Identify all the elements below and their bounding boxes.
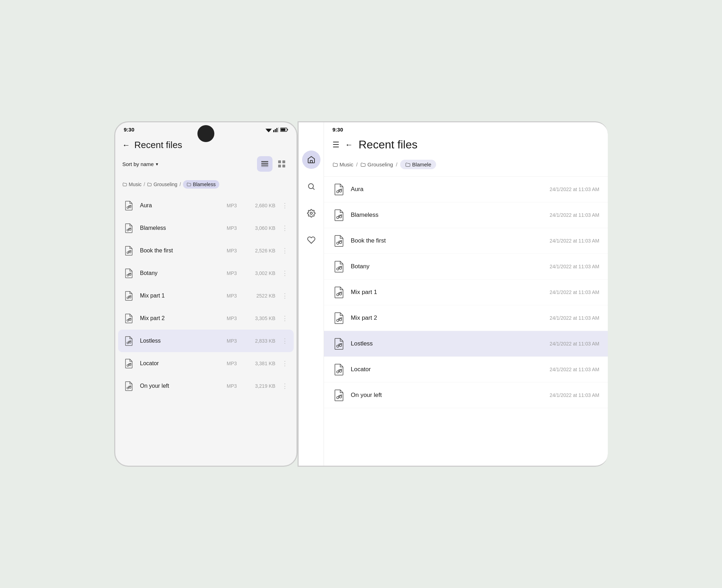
tablet-file-row[interactable]: Mix part 1 24/1/2022 at 11:03 AM	[324, 280, 608, 305]
more-options-button[interactable]: ⋮	[280, 247, 289, 255]
tablet-breadcrumb-item[interactable]: Blamele	[400, 160, 436, 169]
svg-point-25	[127, 297, 129, 299]
phone-breadcrumb: Music/ Grouseling/ Blameless	[115, 177, 296, 194]
file-name: Blameless	[140, 225, 222, 231]
svg-point-53	[337, 371, 339, 373]
file-type: MP3	[227, 248, 242, 253]
phone-page-title: Recent files	[134, 140, 182, 151]
file-icon	[122, 380, 135, 392]
sidebar-item-settings[interactable]	[302, 204, 320, 222]
more-options-button[interactable]: ⋮	[280, 382, 289, 390]
tablet-file-row[interactable]: Botany 24/1/2022 at 11:03 AM	[324, 254, 608, 280]
file-row[interactable]: Mix part 2 MP3 3,305 KB ⋮	[118, 307, 294, 330]
file-row[interactable]: On your left MP3 3,219 KB ⋮	[118, 375, 294, 397]
tablet-file-name: Locator	[351, 366, 544, 373]
tablet-file-row[interactable]: Blameless 24/1/2022 at 11:03 AM	[324, 202, 608, 228]
more-options-button[interactable]: ⋮	[280, 202, 289, 209]
more-options-button[interactable]: ⋮	[280, 314, 289, 322]
sidebar-item-search[interactable]	[302, 177, 320, 196]
svg-line-37	[313, 188, 314, 190]
signal-icon	[273, 127, 279, 132]
more-options-button[interactable]: ⋮	[280, 224, 289, 232]
tablet-file-row[interactable]: Aura 24/1/2022 at 11:03 AM	[324, 177, 608, 202]
file-row[interactable]: Aura MP3 2,680 KB ⋮	[118, 194, 294, 217]
tablet-file-icon	[332, 209, 345, 221]
file-name: Aura	[140, 202, 222, 209]
tablet-breadcrumb-item[interactable]: Grouseling	[360, 161, 393, 167]
svg-point-33	[127, 387, 129, 389]
list-view-button[interactable]	[257, 156, 273, 172]
svg-rect-11	[261, 165, 268, 166]
file-type: MP3	[227, 361, 242, 366]
tablet-file-row[interactable]: Lostless 24/1/2022 at 11:03 AM	[324, 331, 608, 357]
sort-by-label: Sort by name	[122, 161, 154, 167]
svg-rect-8	[287, 129, 288, 130]
svg-point-24	[129, 274, 131, 276]
view-toggle	[257, 156, 289, 172]
file-name: Book the first	[140, 247, 222, 254]
sidebar-item-favorites[interactable]	[302, 231, 320, 249]
tablet-file-icon	[332, 234, 345, 247]
more-options-button[interactable]: ⋮	[280, 337, 289, 345]
file-size: 2522 KB	[247, 293, 275, 299]
svg-rect-14	[282, 160, 285, 163]
file-size: 3,060 KB	[247, 225, 275, 231]
sort-by-button[interactable]: Sort by name ▾	[122, 161, 158, 167]
svg-point-32	[129, 364, 131, 366]
heart-icon	[307, 236, 316, 244]
sidebar-item-home[interactable]	[302, 151, 320, 169]
tablet-file-date: 24/1/2022 at 11:03 AM	[550, 367, 599, 372]
file-row[interactable]: Blameless MP3 3,060 KB ⋮	[118, 217, 294, 239]
file-icon	[122, 357, 135, 370]
phone-breadcrumb-item[interactable]: Music	[122, 182, 142, 187]
tablet-file-row[interactable]: Locator 24/1/2022 at 11:03 AM	[324, 357, 608, 382]
file-size: 3,002 KB	[247, 270, 275, 276]
file-icon	[122, 199, 135, 212]
tablet-file-name: Lostless	[351, 340, 544, 347]
grid-icon	[278, 160, 285, 167]
svg-rect-16	[282, 165, 285, 167]
svg-point-39	[337, 191, 339, 193]
svg-rect-9	[261, 161, 268, 162]
phone-file-list: Aura MP3 2,680 KB ⋮ Blameless MP3 3,060 …	[115, 194, 296, 397]
tablet-file-name: Mix part 2	[351, 314, 544, 321]
file-row[interactable]: Mix part 1 MP3 2522 KB ⋮	[118, 284, 294, 307]
tablet-file-date: 24/1/2022 at 11:03 AM	[550, 238, 599, 244]
file-row[interactable]: Book the first MP3 2,526 KB ⋮	[118, 239, 294, 262]
more-options-button[interactable]: ⋮	[280, 269, 289, 277]
tablet-main: 9:30 ☰ ← Recent files Music/ Grouseling/…	[324, 122, 608, 466]
tablet-file-row[interactable]: Mix part 2 24/1/2022 at 11:03 AM	[324, 305, 608, 331]
file-name: On your left	[140, 383, 222, 389]
tablet-file-row[interactable]: On your left 24/1/2022 at 11:03 AM	[324, 382, 608, 408]
hamburger-button[interactable]: ☰	[332, 140, 339, 149]
file-size: 2,526 KB	[247, 248, 275, 253]
tablet-file-row[interactable]: Book the first 24/1/2022 at 11:03 AM	[324, 228, 608, 254]
phone-breadcrumb-item[interactable]: Grouseling	[147, 182, 177, 187]
svg-point-56	[339, 396, 342, 398]
svg-rect-3	[275, 129, 276, 132]
file-row[interactable]: Lostless MP3 2,833 KB ⋮	[118, 330, 294, 352]
tablet-file-date: 24/1/2022 at 11:03 AM	[550, 264, 599, 269]
more-options-button[interactable]: ⋮	[280, 292, 289, 300]
tablet-file-icon	[332, 183, 345, 196]
phone-back-button[interactable]: ←	[122, 141, 130, 150]
tablet-file-date: 24/1/2022 at 11:03 AM	[550, 315, 599, 321]
tablet-breadcrumb-item[interactable]: Music	[332, 161, 353, 167]
file-icon	[122, 289, 135, 302]
file-type: MP3	[227, 270, 242, 276]
tablet-file-icon	[332, 337, 345, 350]
svg-point-31	[127, 365, 129, 366]
file-icon	[122, 222, 135, 234]
tablet-back-button[interactable]: ←	[345, 140, 353, 149]
file-row[interactable]: Locator MP3 3,381 KB ⋮	[118, 352, 294, 375]
svg-point-30	[129, 342, 131, 343]
svg-point-54	[339, 370, 342, 372]
phone-breadcrumb-item[interactable]: Blameless	[183, 180, 219, 189]
more-options-button[interactable]: ⋮	[280, 360, 289, 367]
file-type: MP3	[227, 293, 242, 299]
svg-point-51	[337, 345, 339, 347]
file-size: 3,381 KB	[247, 361, 275, 366]
file-row[interactable]: Botany MP3 3,002 KB ⋮	[118, 262, 294, 284]
screen-container: 9:30	[114, 121, 608, 467]
grid-view-button[interactable]	[274, 156, 289, 172]
